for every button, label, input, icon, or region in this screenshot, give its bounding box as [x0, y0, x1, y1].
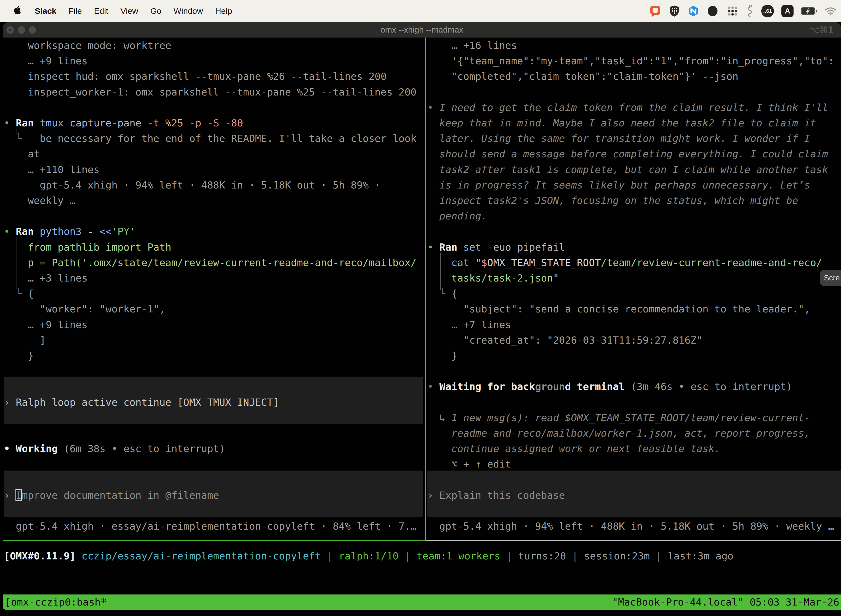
terminal-line: keep that in mind. Maybe I also need the…	[428, 115, 816, 131]
screen: Slack File Edit View Go Window Help ..61…	[0, 0, 841, 616]
terminal-line: › Explain this codebase	[428, 488, 565, 503]
terminal-line: • Waiting for background terminal (3m 46…	[428, 379, 792, 395]
terminal-window: omx --xhigh --madmax ⌥⌘1 workspace_mode:…	[3, 22, 841, 616]
terminal-line: "created_at": "2026-03-31T11:59:27.816Z"	[428, 333, 702, 348]
terminal-line: … +3 lines	[4, 270, 88, 286]
keypad-shield-icon[interactable]	[669, 5, 680, 17]
terminal-line: └ {	[428, 286, 457, 302]
terminal-line: … +7 lines	[428, 317, 511, 333]
menu-item-window[interactable]: Window	[174, 6, 203, 16]
terminal-line: gpt-5.4 xhigh · essay/ai-reimplementatio…	[4, 519, 417, 534]
tmux-host-time: "MacBook-Pro-44.local" 05:03 31-Mar-26	[612, 594, 840, 610]
terminal-line: from pathlib import Path	[4, 239, 171, 255]
terminal-line: • Ran tmux capture-pane -t %25 -p -S -80	[4, 115, 243, 131]
terminal-line: ↳ 1 new msg(s): read $OMX_TEAM_STATE_ROO…	[428, 410, 810, 426]
terminal-line: inspect task2's JSON, focusing on the st…	[428, 193, 798, 209]
pane-bottom-border-active	[3, 540, 425, 541]
terminal-line: "subject": "send a concise recommendatio…	[428, 301, 810, 317]
terminal-line: › Ralph loop active continue [OMX_TMUX_I…	[4, 395, 279, 411]
title-bar[interactable]: omx --xhigh --madmax ⌥⌘1	[3, 22, 841, 38]
terminal-line: … +9 lines	[4, 53, 88, 69]
terminal-line: task2 after task1 is complete, but can I…	[428, 162, 828, 178]
terminal-line: … +9 lines	[4, 317, 88, 333]
pane-bottom-border-inactive	[426, 540, 841, 541]
menu-bar-left: Slack File Edit View Go Window Help	[0, 5, 232, 18]
input-source-key[interactable]: A	[781, 5, 794, 17]
menu-bar-status-icons: ..61 A	[649, 5, 841, 18]
terminal-line: }	[4, 348, 34, 364]
omx-status-line: [OMX#0.11.9] cczip/essay/ai-reimplementa…	[4, 549, 733, 564]
battery-icon[interactable]	[801, 7, 817, 15]
menu-item-file[interactable]: File	[69, 6, 82, 16]
terminal-line: inspect_hud: omx sparkshell --tmux-pane …	[4, 69, 387, 84]
menu-bar: Slack File Edit View Go Window Help ..61…	[0, 0, 841, 22]
terminal-line: should send a message before completing …	[428, 146, 828, 162]
pane-divider[interactable]	[425, 38, 426, 541]
terminal-line: later. Using the same for transition mig…	[428, 131, 810, 147]
terminal-line: ⌥ + ↑ edit	[428, 456, 511, 472]
window-title: omx --xhigh --madmax	[3, 22, 841, 38]
tmux-status-bar: [omx-cczip0:bash* "MacBook-Pro-44.local"…	[3, 594, 841, 610]
terminal-line: └ be necessary for the end of the README…	[4, 131, 417, 147]
moon-circle-icon[interactable]	[707, 5, 719, 17]
terminal-line: gpt-5.4 xhigh · 94% left · 488K in · 5.1…	[428, 519, 834, 534]
terminal-line: "worker": "worker-1",	[4, 301, 165, 317]
terminal-line: └ {	[4, 286, 34, 302]
menu-item-edit[interactable]: Edit	[94, 6, 108, 16]
terminal-line: tasks/task-2.json"	[428, 270, 559, 286]
terminal-line: gpt-5.4 xhigh · 94% left · 488K in · 5.1…	[4, 177, 381, 193]
messenger-icon[interactable]	[687, 5, 699, 17]
terminal-line: is in progress? It seems likely but perh…	[428, 177, 810, 193]
terminal-line: workspace_mode: worktree	[4, 38, 171, 54]
terminal-line: "completed","claim_token":"claim-token"}…	[428, 69, 738, 84]
screen-sharing-overlay[interactable]: Scre	[820, 270, 841, 286]
terminal-line: weekly …	[4, 193, 76, 209]
menu-item-go[interactable]: Go	[150, 6, 161, 16]
terminal-line: at	[4, 146, 40, 162]
terminal-line: • Working (6m 38s • esc to interrupt)	[4, 441, 225, 457]
terminal-line: inspect_worker-1: omx sparkshell --tmux-…	[4, 84, 417, 100]
terminal-line: cat "$OMX_TEAM_STATE_ROOT/team/review-cu…	[428, 255, 822, 271]
tmux-session-label[interactable]: [omx-cczip0:bash*	[5, 594, 107, 610]
terminal-line: p = Path('.omx/state/team/review-current…	[4, 255, 417, 271]
terminal-line: ]	[4, 333, 46, 348]
tmux-pane-left[interactable]: workspace_mode: worktree … +9 lines insp…	[4, 38, 423, 540]
menu-item-help[interactable]: Help	[215, 6, 232, 16]
squiggle-icon[interactable]	[746, 5, 754, 18]
terminal-line: }	[428, 348, 457, 364]
screen-record-icon[interactable]	[649, 5, 661, 17]
window-shortcut-hint: ⌥⌘1	[809, 22, 834, 38]
terminal-line: '{"team_name":"my-team","task_id":"1","f…	[428, 53, 834, 69]
terminal-line: • Ran python3 - <<'PY'	[4, 224, 135, 239]
terminal-line: › Improve documentation in @filename	[4, 488, 219, 503]
menu-item-view[interactable]: View	[120, 6, 138, 16]
menu-item-slack[interactable]: Slack	[35, 6, 56, 16]
text-cursor: I	[16, 490, 22, 501]
terminal-line: … +110 lines	[4, 162, 100, 178]
terminal-line: • Ran set -euo pipefail	[428, 239, 565, 255]
terminal-line: readme-and-reco/mailbox/worker-1.json, a…	[428, 425, 810, 441]
terminal-line: pending.	[428, 208, 487, 224]
wifi-icon[interactable]	[825, 7, 837, 15]
battery-percent-badge[interactable]: ..61	[761, 5, 774, 18]
tmux-pane-right[interactable]: … +16 lines '{"team_name":"my-team","tas…	[428, 38, 841, 540]
apple-menu-icon[interactable]	[12, 5, 23, 18]
dots-grid-icon[interactable]	[727, 5, 738, 17]
terminal-line: … +16 lines	[428, 38, 517, 54]
terminal-line: • I need to get the claim token from the…	[428, 100, 828, 116]
terminal-line: continue assigned work or next feasible …	[428, 441, 721, 457]
